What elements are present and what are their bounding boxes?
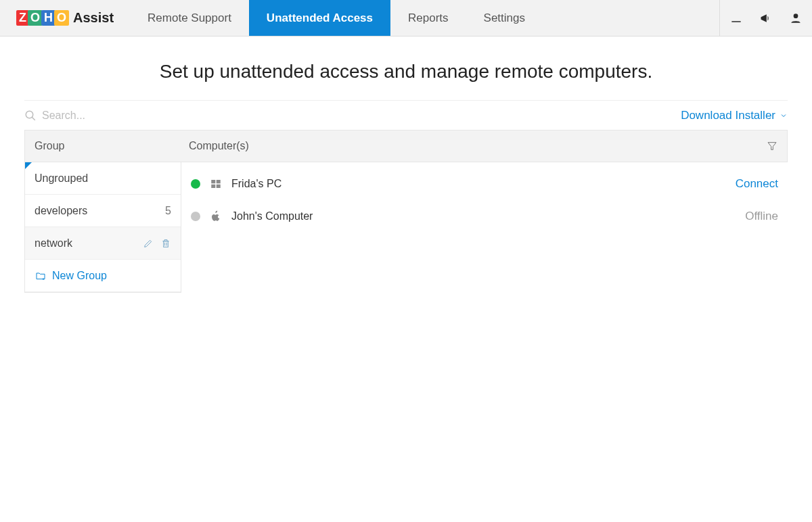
group-list: Ungrouped developers 5 network New Group [24, 162, 181, 293]
download-installer-link[interactable]: Download Installer [681, 109, 788, 122]
svg-rect-10 [217, 180, 221, 183]
computer-list: Frida's PC Connect John's Computer Offli… [181, 162, 788, 293]
nav-unattended-access[interactable]: Unattended Access [249, 0, 390, 36]
topbar-actions [719, 0, 812, 36]
table-body: Ungrouped developers 5 network New Group [24, 162, 788, 293]
nav-settings[interactable]: Settings [466, 0, 543, 36]
search-input[interactable] [42, 110, 177, 122]
brand-logo[interactable]: ZOHO Assist [0, 10, 130, 26]
search-wrap [24, 110, 681, 122]
new-group-button[interactable]: New Group [25, 260, 181, 292]
connect-button[interactable]: Connect [736, 177, 778, 191]
folder-plus-icon [35, 270, 47, 281]
top-bar: ZOHO Assist Remote Support Unattended Ac… [0, 0, 812, 37]
group-name: Ungrouped [35, 172, 88, 185]
computer-name: Frida's PC [231, 178, 281, 190]
group-name: developers [35, 205, 87, 217]
product-name: Assist [73, 10, 114, 26]
zoho-wordmark: ZOHO [16, 10, 69, 26]
svg-rect-4 [164, 241, 168, 247]
download-icon[interactable] [729, 11, 743, 25]
chevron-down-icon [780, 112, 788, 120]
group-item-developers[interactable]: developers 5 [25, 195, 181, 227]
svg-point-0 [794, 14, 798, 18]
svg-rect-11 [211, 185, 215, 188]
column-header-group: Group [35, 140, 189, 152]
svg-rect-9 [211, 180, 215, 183]
nav-reports[interactable]: Reports [390, 0, 466, 36]
status-indicator-online [191, 179, 200, 189]
content-area: Download Installer Group Computer(s) Ung… [0, 100, 812, 293]
search-icon [24, 110, 37, 122]
svg-point-1 [26, 111, 33, 118]
offline-label: Offline [745, 210, 778, 223]
computer-row[interactable]: John's Computer Offline [191, 200, 778, 233]
svg-rect-12 [217, 185, 221, 188]
toolbar: Download Installer [24, 100, 788, 130]
user-icon[interactable] [789, 11, 803, 25]
primary-nav: Remote Support Unattended Access Reports… [130, 0, 543, 36]
computer-row[interactable]: Frida's PC Connect [191, 168, 778, 200]
group-count: 5 [165, 205, 171, 217]
group-name: network [35, 237, 72, 250]
status-indicator-offline [191, 212, 200, 221]
edit-icon[interactable] [143, 238, 154, 249]
column-header-computers: Computer(s) [189, 140, 767, 152]
windows-icon [210, 178, 222, 190]
page-title: Set up unattended access and manage remo… [0, 37, 812, 100]
svg-marker-3 [768, 143, 776, 150]
table-header: Group Computer(s) [24, 130, 788, 162]
computer-name: John's Computer [231, 210, 313, 222]
apple-icon [210, 210, 222, 222]
svg-line-2 [32, 117, 35, 120]
nav-remote-support[interactable]: Remote Support [130, 0, 249, 36]
group-item-network[interactable]: network [25, 227, 181, 260]
trash-icon[interactable] [160, 238, 171, 249]
group-actions [143, 238, 171, 249]
new-group-label: New Group [52, 270, 107, 282]
filter-icon[interactable] [767, 141, 777, 151]
group-item-ungrouped[interactable]: Ungrouped [25, 162, 181, 195]
download-installer-label: Download Installer [681, 109, 775, 122]
announcement-icon[interactable] [759, 11, 773, 25]
